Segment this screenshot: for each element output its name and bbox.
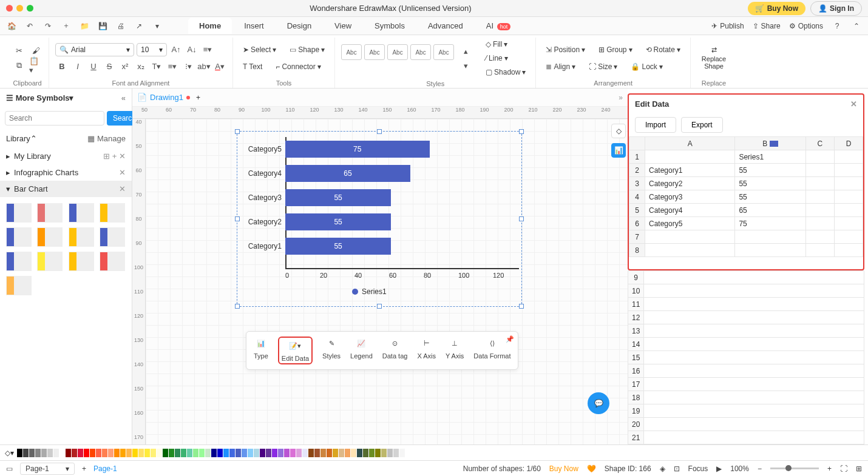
table-cell[interactable]: 55	[735, 164, 806, 177]
color-swatch[interactable]	[254, 449, 259, 457]
bullets-icon[interactable]: ⁝▾	[181, 60, 195, 73]
tab-view[interactable]: View	[324, 18, 362, 34]
help-icon[interactable]: ?	[832, 21, 843, 32]
rail-chart-button[interactable]: 📊	[611, 143, 626, 158]
canvas[interactable]: Category575Category465Category355Categor…	[146, 119, 628, 444]
more-symbols-title[interactable]: More Symbols	[16, 93, 70, 102]
color-swatch[interactable]	[393, 449, 399, 457]
home-icon[interactable]: 🏠	[6, 21, 17, 32]
color-swatch[interactable]	[229, 449, 235, 457]
tab-home[interactable]: Home	[188, 18, 232, 34]
focus-icon[interactable]: ⊡	[674, 464, 680, 473]
color-swatch[interactable]	[199, 449, 205, 457]
col-header-d[interactable]: D	[834, 137, 863, 150]
color-swatch[interactable]	[35, 449, 41, 457]
replace-shape-button[interactable]: ⇄ Replace Shape	[697, 44, 731, 72]
select-tool[interactable]: ➤Select▾	[239, 43, 280, 56]
sidebar-item-infographic[interactable]: ▸ Infographic Charts ✕	[0, 164, 132, 181]
shape-tool[interactable]: ▭Shape▾	[286, 43, 328, 56]
bar[interactable]: 55	[285, 213, 391, 230]
underline-icon[interactable]: U	[87, 60, 100, 73]
publish-button[interactable]: ✈Publish	[711, 22, 744, 30]
case-icon[interactable]: T▾	[150, 60, 163, 73]
maximize-window-icon[interactable]	[27, 5, 33, 12]
open-icon[interactable]: 📁	[79, 21, 90, 32]
color-swatch[interactable]	[151, 449, 156, 457]
chart-thumb[interactable]	[37, 252, 63, 271]
shadow-button[interactable]: ▢Shadow▾	[482, 65, 529, 79]
copy-icon[interactable]: ⧉	[12, 59, 25, 72]
ft-x-axis[interactable]: ⊢X Axis	[417, 337, 436, 364]
color-swatch[interactable]	[242, 449, 247, 457]
color-swatch[interactable]	[157, 449, 162, 457]
add-page-icon[interactable]: +	[82, 464, 86, 473]
minimize-window-icon[interactable]	[16, 5, 23, 12]
new-icon[interactable]: ＋	[61, 21, 72, 32]
export-icon[interactable]: ↗	[134, 21, 144, 32]
close-icon[interactable]: ✕	[119, 168, 126, 177]
ft-legend[interactable]: 📈Legend	[350, 337, 373, 364]
paste-icon[interactable]: 📋▾	[29, 59, 42, 72]
layers-icon[interactable]: ◈	[660, 464, 665, 473]
fullscreen-icon[interactable]: ⊞	[856, 464, 862, 473]
color-swatch[interactable]	[102, 449, 107, 457]
align-button[interactable]: ≣Align▾	[542, 60, 579, 73]
tab-design[interactable]: Design	[276, 18, 322, 34]
play-icon[interactable]: ▶	[716, 464, 722, 473]
color-swatch[interactable]	[66, 449, 71, 457]
decrease-font-icon[interactable]: A↓	[185, 43, 198, 56]
table-cell[interactable]: Category3	[645, 190, 735, 204]
strikethrough-icon[interactable]: S	[103, 60, 116, 73]
resize-handle-e[interactable]	[519, 216, 524, 221]
color-swatch[interactable]	[381, 449, 387, 457]
close-icon[interactable]: ✕	[119, 184, 126, 193]
doc-tab[interactable]: 📄 Drawing1	[137, 93, 190, 102]
data-table-overflow[interactable]: 9101112131415161718192021	[628, 270, 864, 444]
color-swatch[interactable]	[53, 449, 59, 457]
color-swatch[interactable]	[41, 449, 47, 457]
line-button[interactable]: ∕Line▾	[482, 52, 529, 65]
sidebar-item-bar-chart[interactable]: ▾ Bar Chart ✕	[0, 181, 132, 197]
more-qat-icon[interactable]: ▾	[152, 21, 163, 32]
col-header-b[interactable]: B	[735, 137, 806, 150]
color-swatch[interactable]	[59, 449, 65, 457]
ft-styles[interactable]: ✎Styles	[322, 337, 341, 364]
buy-now-link[interactable]: Buy Now	[549, 464, 578, 473]
bar-chart[interactable]: Category575Category465Category355Categor…	[243, 137, 516, 258]
close-icon[interactable]: ✕	[850, 99, 857, 109]
subscript-icon[interactable]: x₂	[134, 60, 147, 73]
color-swatch[interactable]	[138, 449, 144, 457]
zoom-in-icon[interactable]: +	[827, 464, 832, 473]
ft-type[interactable]: 📊Type	[254, 337, 268, 364]
color-swatch[interactable]	[272, 449, 277, 457]
chart-thumb[interactable]	[6, 276, 32, 295]
text-tool[interactable]: TText	[239, 60, 266, 73]
zoom-out-icon[interactable]: −	[758, 464, 762, 473]
fit-page-icon[interactable]: ⛶	[840, 464, 847, 473]
bar[interactable]: 75	[285, 141, 430, 158]
table-cell[interactable]: 55	[735, 177, 806, 190]
color-swatch[interactable]	[375, 449, 381, 457]
chart-thumb[interactable]	[100, 203, 125, 223]
color-swatch[interactable]	[333, 449, 338, 457]
color-swatch[interactable]	[278, 449, 283, 457]
color-swatch[interactable]	[308, 449, 314, 457]
style-preset-5[interactable]: Abc	[433, 44, 454, 60]
cut-icon[interactable]: ✂	[12, 44, 25, 58]
style-up-icon[interactable]: ▴	[459, 44, 472, 58]
table-cell[interactable]: 65	[735, 204, 806, 217]
fill-button[interactable]: ◇Fill▾	[482, 38, 529, 51]
connector-tool[interactable]: ⌐Connector▾	[272, 60, 324, 73]
export-button[interactable]: Export	[681, 117, 723, 133]
color-swatch[interactable]	[84, 449, 89, 457]
color-swatch[interactable]	[114, 449, 120, 457]
chart-thumb[interactable]	[37, 227, 63, 247]
bar[interactable]: 65	[285, 165, 410, 182]
font-color-icon[interactable]: A▾	[213, 60, 226, 73]
color-swatch[interactable]	[399, 449, 405, 457]
color-swatch[interactable]	[47, 449, 53, 457]
new-tab-icon[interactable]: +	[196, 93, 200, 102]
font-size-input[interactable]: 10 ▾	[137, 43, 167, 56]
chart-thumb[interactable]	[37, 203, 63, 223]
table-cell[interactable]: 55	[735, 190, 806, 204]
